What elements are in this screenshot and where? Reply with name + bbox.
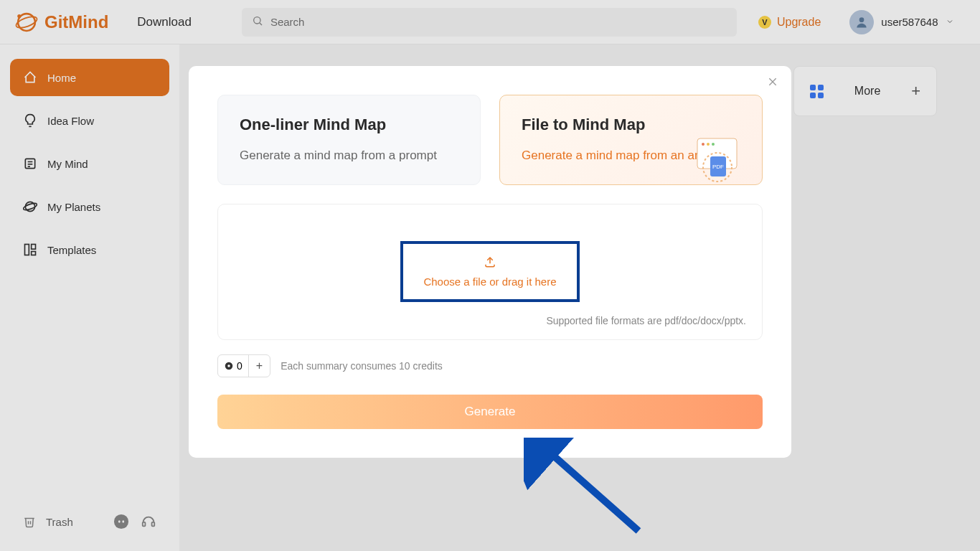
option-file-to-mindmap[interactable]: File to Mind Map Generate a mind map fro…: [499, 95, 763, 185]
choose-file-button[interactable]: Choose a file or drag it here: [400, 241, 579, 302]
choose-file-label: Choose a file or drag it here: [423, 276, 556, 288]
svg-point-26: [712, 143, 715, 146]
ai-modal: One-liner Mind Map Generate a mind map f…: [189, 66, 791, 458]
svg-point-31: [227, 364, 230, 367]
option-one-liner[interactable]: One-liner Mind Map Generate a mind map f…: [217, 95, 481, 185]
eye-icon: [224, 361, 234, 371]
option-desc: Generate a mind map from a prompt: [240, 147, 458, 164]
credits-row: 0 + Each summary consumes 10 credits: [217, 354, 763, 377]
option-title: One-liner Mind Map: [240, 116, 458, 134]
svg-point-25: [707, 143, 710, 146]
svg-text:PDF: PDF: [712, 164, 724, 170]
file-decoration-icon: PDF: [683, 131, 748, 196]
supported-formats: Supported file formats are pdf/doc/docx/…: [546, 315, 746, 326]
close-button[interactable]: [767, 76, 778, 91]
credit-counter: 0 +: [217, 354, 270, 377]
add-credit-button[interactable]: +: [248, 355, 270, 377]
generate-button[interactable]: Generate: [217, 395, 763, 429]
credit-count-display: 0: [218, 356, 248, 376]
svg-point-24: [702, 143, 705, 146]
file-dropzone[interactable]: Choose a file or drag it here Supported …: [217, 204, 763, 340]
credit-value: 0: [237, 360, 242, 372]
upload-icon: [484, 255, 496, 271]
credit-hint: Each summary consumes 10 credits: [281, 360, 443, 372]
